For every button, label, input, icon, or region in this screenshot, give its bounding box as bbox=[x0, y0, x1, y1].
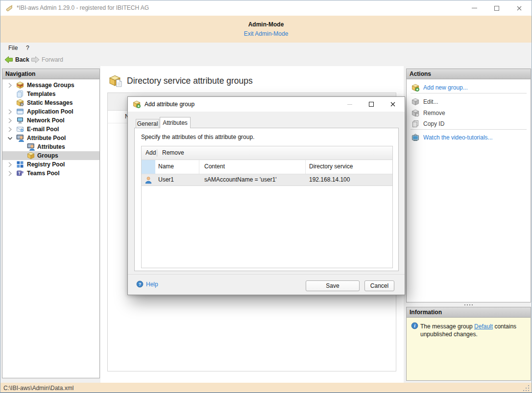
back-button[interactable]: Back bbox=[2, 53, 31, 66]
templates-icon bbox=[16, 90, 24, 98]
information-header: Information bbox=[407, 307, 531, 318]
navigation-header: Navigation bbox=[2, 69, 99, 79]
column-header-name[interactable]: Name bbox=[155, 160, 199, 174]
save-button[interactable]: Save bbox=[306, 280, 360, 291]
status-bar: C:\IBI-aws\Admin\Data.xml bbox=[0, 383, 532, 393]
cancel-button[interactable]: Cancel bbox=[364, 280, 394, 291]
info-icon bbox=[411, 322, 418, 329]
dialog-maximize-button[interactable] bbox=[361, 97, 382, 112]
maximize-icon bbox=[494, 6, 499, 11]
nav-item-label: Static Messages bbox=[27, 98, 73, 107]
actions-separator bbox=[411, 129, 527, 130]
menu-help[interactable]: ? bbox=[24, 43, 32, 53]
minimize-icon bbox=[472, 8, 477, 8]
attribute-pool-icon bbox=[16, 134, 24, 142]
nav-item-label: Groups bbox=[37, 151, 58, 160]
minimize-button[interactable] bbox=[463, 0, 485, 16]
help-label: Help bbox=[146, 280, 158, 289]
app-window: *IBI-aws Admin 1.29.0 - registered for I… bbox=[0, 0, 532, 393]
nav-item-attribute-pool[interactable]: Attribute Pool bbox=[2, 134, 99, 142]
column-header-content[interactable]: Content bbox=[199, 160, 306, 174]
add-group-icon bbox=[133, 100, 141, 108]
tab-attributes[interactable]: Attributes bbox=[160, 117, 191, 128]
chevron-right-icon[interactable] bbox=[7, 109, 13, 115]
resize-grip-icon[interactable] bbox=[522, 384, 531, 393]
information-panel: Information The message group Default co… bbox=[406, 307, 531, 381]
edit-group-icon bbox=[411, 98, 419, 106]
nav-item-attributes[interactable]: Attributes bbox=[2, 142, 99, 151]
table-row[interactable]: User1 sAMAccountName = 'user1' 192.168.1… bbox=[142, 174, 392, 186]
email-pool-icon bbox=[16, 125, 24, 133]
video-tutorials-action[interactable]: Watch the video-tutorials... bbox=[407, 133, 531, 142]
chevron-right-icon[interactable] bbox=[7, 170, 13, 177]
nav-item-label: Attribute Pool bbox=[27, 134, 66, 142]
remove-action[interactable]: Remove bbox=[407, 109, 531, 117]
nav-item-application-pool[interactable]: Application Pool bbox=[2, 107, 99, 116]
tv-icon bbox=[411, 134, 419, 141]
nav-item-groups[interactable]: Groups bbox=[2, 151, 99, 160]
copy-id-action[interactable]: Copy ID bbox=[407, 119, 531, 128]
dialog-controls bbox=[339, 97, 404, 112]
action-label: Watch the video-tutorials... bbox=[423, 133, 493, 142]
nav-item-label: E-mail Pool bbox=[27, 125, 59, 134]
nav-item-network-pool[interactable]: Network Pool bbox=[2, 116, 99, 125]
action-label: Add new group... bbox=[423, 83, 468, 92]
groups-icon bbox=[27, 152, 35, 160]
maximize-button[interactable] bbox=[485, 0, 508, 16]
add-attribute-group-dialog: Add attribute group General Attributes S… bbox=[127, 96, 405, 295]
window-titlebar[interactable]: *IBI-aws Admin 1.29.0 - registered for I… bbox=[0, 0, 532, 16]
action-label: Edit... bbox=[423, 97, 438, 106]
add-attribute-button[interactable]: Add bbox=[144, 146, 158, 160]
chevron-right-icon[interactable] bbox=[7, 82, 13, 89]
menu-bar: File ? bbox=[0, 43, 532, 53]
admin-mode-label: Admin-Mode bbox=[0, 21, 532, 28]
panel-splitter[interactable] bbox=[406, 302, 531, 307]
nav-item-label: Network Pool bbox=[27, 116, 65, 125]
add-new-group-action[interactable]: Add new group... bbox=[407, 83, 531, 92]
attributes-tab-page: Specify the attributes of this attribute… bbox=[134, 128, 399, 271]
row-content: sAMAccountName = 'user1' bbox=[199, 174, 306, 185]
remove-group-icon bbox=[411, 109, 419, 117]
actions-separator bbox=[411, 93, 527, 93]
chevron-right-icon[interactable] bbox=[7, 126, 13, 133]
nav-item-label: Templates bbox=[27, 90, 55, 98]
window-controls bbox=[463, 0, 531, 16]
exit-admin-mode-link[interactable]: Exit Admin-Mode bbox=[244, 30, 289, 37]
tab-general[interactable]: General bbox=[136, 119, 159, 128]
add-group-icon bbox=[411, 84, 419, 92]
navigation-tree: Message Groups Templates Static Messages… bbox=[2, 79, 99, 378]
action-label: Remove bbox=[423, 109, 445, 117]
row-name: User1 bbox=[155, 174, 199, 185]
nav-item-message-groups[interactable]: Message Groups bbox=[2, 81, 99, 90]
copy-icon bbox=[411, 120, 419, 128]
nav-item-label: Application Pool bbox=[27, 107, 73, 116]
nav-item-registry-pool[interactable]: Registry Pool bbox=[2, 160, 99, 169]
dialog-close-button[interactable] bbox=[382, 97, 404, 112]
nav-item-static-messages[interactable]: Static Messages bbox=[2, 98, 99, 107]
maximize-icon bbox=[369, 102, 374, 107]
back-label: Back bbox=[15, 56, 29, 63]
dialog-minimize-button bbox=[339, 97, 361, 112]
nav-item-email-pool[interactable]: E-mail Pool bbox=[2, 125, 99, 134]
icon-column-header[interactable] bbox=[142, 160, 155, 174]
default-group-link[interactable]: Default bbox=[474, 323, 493, 330]
remove-attribute-button[interactable]: Remove bbox=[160, 146, 186, 160]
actions-panel: Actions Add new group... Edit... Remove bbox=[406, 69, 531, 302]
forward-button[interactable]: Forward bbox=[29, 53, 65, 66]
close-button[interactable] bbox=[508, 0, 531, 16]
message-groups-icon bbox=[16, 81, 24, 89]
data-file-path: C:\IBI-aws\Admin\Data.xml bbox=[3, 383, 73, 393]
user-icon bbox=[145, 176, 152, 184]
help-icon bbox=[136, 280, 144, 288]
nav-item-teams-pool[interactable]: Teams Pool bbox=[2, 169, 99, 178]
chevron-right-icon[interactable] bbox=[7, 117, 13, 124]
close-icon bbox=[516, 5, 523, 12]
chevron-right-icon[interactable] bbox=[7, 162, 13, 168]
column-header-directory-service[interactable]: Directory service bbox=[306, 160, 392, 174]
dialog-titlebar[interactable]: Add attribute group bbox=[128, 97, 405, 112]
edit-action[interactable]: Edit... bbox=[407, 97, 531, 106]
nav-item-templates[interactable]: Templates bbox=[2, 90, 99, 98]
menu-file[interactable]: File bbox=[6, 43, 20, 53]
chevron-down-icon[interactable] bbox=[7, 135, 13, 141]
actions-header: Actions bbox=[407, 69, 531, 79]
